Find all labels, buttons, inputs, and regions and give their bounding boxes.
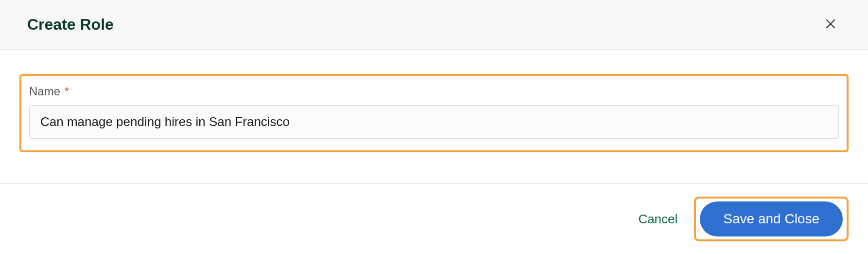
save-and-close-button[interactable]: Save and Close [700, 201, 843, 236]
modal-body: Name * [0, 50, 868, 184]
name-label-text: Name [29, 85, 60, 98]
name-field-group: Name * [19, 74, 849, 152]
name-label: Name * [29, 85, 839, 98]
cancel-button[interactable]: Cancel [633, 206, 682, 233]
modal-title: Create Role [27, 16, 114, 34]
save-button-highlight: Save and Close [694, 197, 849, 241]
close-icon [824, 18, 837, 32]
create-role-modal: Create Role Name * Cancel Save and Close [0, 0, 868, 254]
modal-footer: Cancel Save and Close [0, 184, 868, 254]
close-button[interactable] [820, 14, 841, 36]
modal-header: Create Role [0, 0, 868, 50]
required-indicator: * [65, 85, 69, 98]
name-input[interactable] [29, 105, 839, 139]
